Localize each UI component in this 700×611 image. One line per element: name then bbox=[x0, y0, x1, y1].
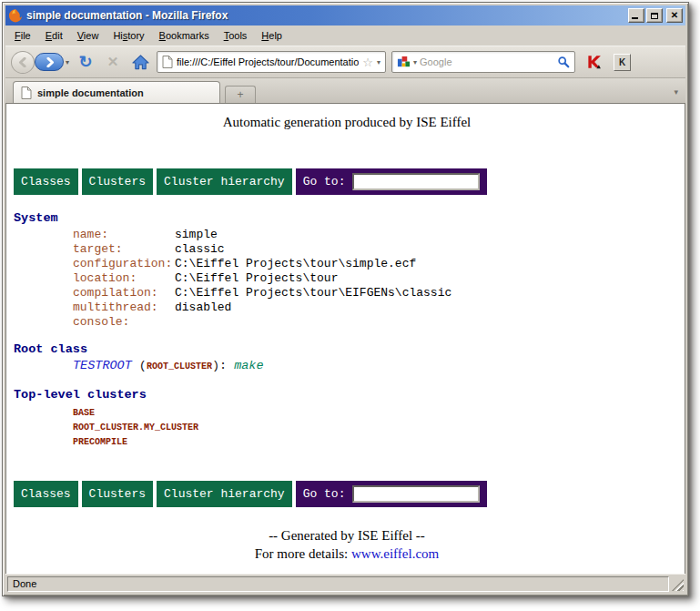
row-label: configuration: bbox=[73, 257, 175, 271]
search-icon[interactable] bbox=[557, 56, 570, 68]
window-title: simple documentation - Mozilla Firefox bbox=[26, 9, 628, 22]
row-label: target: bbox=[73, 242, 175, 257]
close-icon: ✕ bbox=[671, 11, 678, 20]
menu-edit[interactable]: Edit bbox=[38, 27, 70, 44]
cluster-link-base[interactable]: BASE bbox=[73, 406, 685, 421]
forward-arrow-icon bbox=[45, 57, 55, 67]
root-cluster-link[interactable]: ROOT_CLUSTER bbox=[147, 362, 212, 372]
top-level-clusters-heading: Top-level clusters bbox=[14, 388, 685, 402]
firefox-icon bbox=[8, 8, 23, 23]
window-controls: ✕ bbox=[628, 8, 683, 23]
classes-button[interactable]: Classes bbox=[14, 168, 78, 195]
system-table: name:simple target:classic configuration… bbox=[73, 228, 451, 330]
url-input[interactable] bbox=[177, 56, 359, 67]
stop-button[interactable]: ✕ bbox=[102, 54, 124, 70]
browser-window: simple documentation - Mozilla Firefox ✕… bbox=[2, 2, 689, 596]
footer-prefix: For more details: bbox=[255, 546, 351, 561]
status-bar: Done bbox=[5, 574, 685, 593]
navigation-toolbar: ▾ ↻ ✕ ☆ ▾ bbox=[5, 46, 685, 78]
page-header: Automatic generation produced by ISE Eif… bbox=[9, 115, 685, 130]
clusters-button-bottom[interactable]: Clusters bbox=[82, 481, 153, 507]
creation-feature-link[interactable]: make bbox=[234, 359, 263, 372]
cluster-link-precompile[interactable]: PRECOMPILE bbox=[73, 435, 685, 450]
search-engine-dropdown-icon[interactable]: ▾ bbox=[413, 58, 417, 66]
tab-simple-documentation[interactable]: simple documentation bbox=[13, 81, 220, 103]
goto-input-top[interactable] bbox=[352, 173, 480, 190]
system-heading: System bbox=[14, 211, 685, 225]
row-value bbox=[175, 315, 451, 330]
forward-group: ▾ bbox=[35, 53, 69, 71]
tab-title: simple documentation bbox=[37, 87, 144, 98]
table-row: compilation:C:\Eiffel Projects\tour\EIFG… bbox=[73, 286, 451, 300]
cluster-hierarchy-button[interactable]: Cluster hierarchy bbox=[157, 168, 292, 195]
maximize-button[interactable] bbox=[646, 8, 663, 23]
menu-history[interactable]: History bbox=[106, 27, 151, 44]
root-class-line: TESTROOT(ROOT_CLUSTER):make bbox=[73, 359, 685, 374]
table-row: multithread:disabled bbox=[73, 300, 451, 315]
table-row: console: bbox=[73, 315, 451, 330]
search-input[interactable] bbox=[420, 56, 554, 67]
tab-list-dropdown-icon[interactable]: ▾ bbox=[674, 87, 678, 97]
home-icon bbox=[132, 55, 149, 70]
cluster-hierarchy-button-bottom[interactable]: Cluster hierarchy bbox=[157, 481, 292, 507]
row-label: location: bbox=[73, 271, 175, 286]
table-row: location:C:\Eiffel Projects\tour bbox=[73, 271, 451, 286]
row-label: console: bbox=[73, 315, 175, 330]
desktop-background: simple documentation - Mozilla Firefox ✕… bbox=[0, 0, 700, 611]
status-text: Done bbox=[13, 578, 36, 589]
location-bar: ☆ ▾ bbox=[157, 51, 386, 73]
row-label: multithread: bbox=[73, 300, 175, 315]
eiffel-com-link[interactable]: www.eiffel.com bbox=[351, 546, 439, 561]
title-bar[interactable]: simple documentation - Mozilla Firefox ✕ bbox=[5, 5, 685, 25]
goto-input-bottom[interactable] bbox=[352, 485, 480, 503]
kaspersky-icon bbox=[584, 54, 603, 70]
row-value: C:\Eiffel Projects\tour\simple.ecf bbox=[175, 257, 451, 271]
history-dropdown-icon[interactable]: ▾ bbox=[66, 58, 69, 66]
footer-details-line: For more details: www.eiffel.com bbox=[9, 546, 685, 562]
clusters-button[interactable]: Clusters bbox=[82, 168, 153, 195]
footer-generated-line: -- Generated by ISE Eiffel -- bbox=[9, 528, 685, 544]
menu-bookmarks[interactable]: Bookmarks bbox=[152, 27, 217, 44]
goto-label: Go to: bbox=[303, 175, 346, 188]
row-value: classic bbox=[175, 242, 451, 257]
status-message: Done bbox=[7, 576, 669, 592]
google-icon[interactable] bbox=[397, 56, 411, 69]
doc-nav-row-top: Classes Clusters Cluster hierarchy Go to… bbox=[14, 168, 685, 195]
table-row: configuration:C:\Eiffel Projects\tour\si… bbox=[73, 257, 451, 271]
menu-tools[interactable]: Tools bbox=[217, 27, 255, 44]
maximize-icon bbox=[651, 13, 658, 19]
page-icon bbox=[21, 87, 32, 99]
classes-button-bottom[interactable]: Classes bbox=[14, 481, 78, 507]
root-class-link[interactable]: TESTROOT bbox=[73, 359, 132, 372]
table-row: name:simple bbox=[73, 228, 451, 242]
home-button[interactable] bbox=[129, 55, 151, 70]
page-icon bbox=[162, 56, 173, 68]
cluster-link-root-cluster-my-cluster[interactable]: ROOT_CLUSTER.MY_CLUSTER bbox=[73, 421, 685, 435]
back-arrow-icon bbox=[18, 57, 28, 67]
doc-nav-row-bottom: Classes Clusters Cluster hierarchy Go to… bbox=[14, 481, 685, 507]
row-label: name: bbox=[73, 228, 175, 242]
new-tab-button[interactable]: + bbox=[225, 86, 256, 103]
resize-grip-icon[interactable] bbox=[672, 579, 684, 591]
page-content: Automatic generation produced by ISE Eif… bbox=[5, 103, 685, 574]
root-class-heading: Root class bbox=[14, 342, 685, 356]
reload-button[interactable]: ↻ bbox=[75, 52, 96, 72]
close-button[interactable]: ✕ bbox=[666, 8, 683, 23]
row-value: simple bbox=[175, 228, 451, 242]
menu-view[interactable]: View bbox=[70, 27, 107, 44]
menu-help[interactable]: Help bbox=[254, 27, 289, 44]
tab-bar: simple documentation + ▾ bbox=[5, 78, 685, 103]
k-toolbar-button[interactable]: K bbox=[614, 54, 631, 71]
table-row: target:classic bbox=[73, 242, 451, 257]
url-dropdown-icon[interactable]: ▾ bbox=[377, 58, 380, 66]
row-label: compilation: bbox=[73, 286, 175, 300]
paren-close: ): bbox=[212, 359, 227, 372]
menu-file[interactable]: File bbox=[7, 27, 38, 44]
back-button[interactable] bbox=[11, 51, 35, 74]
minimize-button[interactable] bbox=[628, 8, 644, 23]
goto-box: Go to: bbox=[296, 168, 488, 195]
cluster-list: BASE ROOT_CLUSTER.MY_CLUSTER PRECOMPILE bbox=[73, 406, 685, 450]
forward-button[interactable] bbox=[35, 53, 64, 71]
bookmark-star-icon[interactable]: ☆ bbox=[362, 56, 373, 68]
row-value: C:\Eiffel Projects\tour bbox=[175, 271, 451, 286]
